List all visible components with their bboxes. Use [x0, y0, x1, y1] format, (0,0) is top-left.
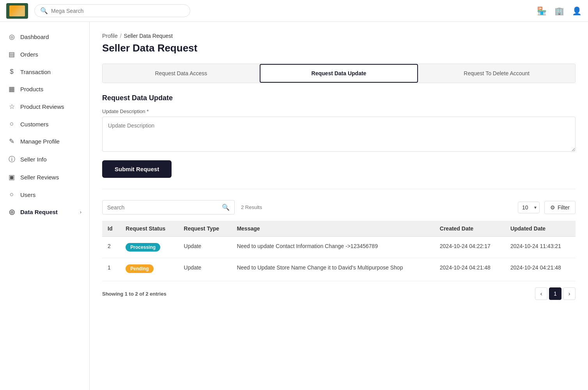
- col-request-type: Request Type: [178, 221, 231, 237]
- cell-status: Pending: [120, 258, 178, 280]
- data-request-icon: ◎: [8, 208, 16, 216]
- form-section-title: Request Data Update: [102, 94, 576, 102]
- cell-status: Processing: [120, 237, 178, 258]
- col-message: Message: [231, 221, 434, 237]
- products-icon: ▦: [8, 85, 16, 93]
- table-search-input[interactable]: [107, 204, 219, 211]
- sidebar-item-data-request[interactable]: ◎ Data Request ›: [0, 203, 89, 221]
- product-reviews-icon: ☆: [8, 103, 16, 111]
- breadcrumb: Profile / Seller Data Request: [102, 33, 576, 39]
- cell-id: 2: [102, 237, 120, 258]
- sidebar-item-product-reviews[interactable]: ☆ Product Reviews: [0, 98, 89, 115]
- sidebar-label-users: Users: [20, 191, 35, 198]
- cell-id: 1: [102, 258, 120, 280]
- data-table: Id Request Status Request Type Message C…: [102, 221, 576, 279]
- prev-page-button[interactable]: ‹: [535, 287, 547, 300]
- sidebar-item-transaction[interactable]: $ Transaction: [0, 63, 89, 80]
- sidebar-label-product-reviews: Product Reviews: [20, 103, 64, 110]
- col-updated-date: Updated Date: [505, 221, 576, 237]
- user-profile-icon[interactable]: 👤: [572, 6, 582, 16]
- sidebar-item-products[interactable]: ▦ Products: [0, 80, 89, 98]
- table-header-row: Id Request Status Request Type Message C…: [102, 221, 576, 237]
- status-badge: Processing: [126, 243, 160, 252]
- chevron-right-icon: ›: [80, 209, 81, 215]
- mega-search-input[interactable]: [51, 8, 184, 14]
- request-data-update-section: Request Data Update Update Description *…: [102, 94, 576, 178]
- col-id: Id: [102, 221, 120, 237]
- filter-button[interactable]: ⚙ Filter: [544, 201, 576, 214]
- logo[interactable]: [6, 3, 28, 19]
- building-icon[interactable]: 🏢: [554, 6, 564, 16]
- col-request-status: Request Status: [120, 221, 178, 237]
- breadcrumb-separator: /: [120, 33, 122, 39]
- sidebar-item-orders[interactable]: ▤ Orders: [0, 46, 89, 63]
- pagination-buttons: ‹ 1 ›: [535, 287, 576, 300]
- tabs-container: Request Data Access Request Data Update …: [102, 64, 576, 83]
- users-icon: ○: [8, 191, 16, 199]
- cell-request-type: Update: [178, 237, 231, 258]
- page-title: Seller Data Request: [102, 42, 576, 54]
- cell-updated-date: 2024-10-24 11:43:21: [505, 237, 576, 258]
- seller-reviews-icon: ▣: [8, 173, 16, 181]
- main-content: Profile / Seller Data Request Seller Dat…: [90, 22, 588, 390]
- store-icon[interactable]: 🏪: [537, 6, 547, 16]
- sidebar-label-manage-profile: Manage Profile: [20, 138, 60, 145]
- next-page-button[interactable]: ›: [563, 287, 576, 300]
- sidebar-item-customers[interactable]: ○ Customers: [0, 115, 89, 133]
- per-page-wrapper: 10 25 50: [518, 202, 540, 213]
- status-badge: Pending: [126, 264, 153, 273]
- sidebar: ◎ Dashboard ▤ Orders $ Transaction ▦ Pro…: [0, 22, 90, 390]
- tab-request-data-update[interactable]: Request Data Update: [260, 64, 418, 83]
- sidebar-label-orders: Orders: [20, 51, 38, 58]
- filter-label: Filter: [558, 204, 570, 211]
- per-page-select[interactable]: 10 25 50: [518, 202, 540, 213]
- sidebar-item-manage-profile[interactable]: ✎ Manage Profile: [0, 133, 89, 150]
- cell-message: Need to Update Store Name Change it to D…: [231, 258, 434, 280]
- mega-search-bar[interactable]: 🔍: [34, 4, 190, 17]
- cell-updated-date: 2024-10-24 04:21:48: [505, 258, 576, 280]
- table-search-row: 🔍 2 Results 10 25 50 ⚙ Filter: [102, 200, 576, 214]
- sidebar-item-seller-info[interactable]: ⓘ Seller Info: [0, 150, 89, 168]
- cell-created-date: 2024-10-24 04:21:48: [434, 258, 505, 280]
- table-row: 2 Processing Update Need to update Conta…: [102, 237, 576, 258]
- sidebar-label-data-request: Data Request: [20, 209, 58, 215]
- table-controls-right: 10 25 50 ⚙ Filter: [518, 201, 576, 214]
- showing-text: Showing 1 to 2 of 2 entries: [102, 291, 166, 297]
- update-description-label: Update Description *: [102, 108, 576, 114]
- seller-info-icon: ⓘ: [8, 155, 16, 164]
- table-row: 1 Pending Update Need to Update Store Na…: [102, 258, 576, 280]
- orders-icon: ▤: [8, 50, 16, 58]
- cell-request-type: Update: [178, 258, 231, 280]
- navbar-right: 🏪 🏢 👤: [537, 6, 582, 16]
- search-icon: 🔍: [40, 7, 48, 14]
- tab-request-data-access[interactable]: Request Data Access: [103, 64, 260, 83]
- manage-profile-icon: ✎: [8, 137, 16, 145]
- table-search-box[interactable]: 🔍: [102, 200, 235, 214]
- cell-message: Need to update Contact Information Chang…: [231, 237, 434, 258]
- sidebar-label-products: Products: [20, 86, 43, 92]
- page-1-button[interactable]: 1: [549, 287, 561, 300]
- sidebar-label-transaction: Transaction: [20, 69, 51, 75]
- sidebar-label-customers: Customers: [20, 121, 49, 128]
- breadcrumb-current: Seller Data Request: [124, 33, 173, 39]
- filter-icon: ⚙: [550, 204, 555, 211]
- sidebar-label-seller-reviews: Seller Reviews: [20, 174, 59, 181]
- sidebar-label-dashboard: Dashboard: [20, 34, 49, 40]
- layout: ◎ Dashboard ▤ Orders $ Transaction ▦ Pro…: [0, 22, 588, 390]
- customers-icon: ○: [8, 120, 16, 128]
- table-search-icon: 🔍: [222, 204, 230, 211]
- sidebar-item-users[interactable]: ○ Users: [0, 186, 89, 203]
- breadcrumb-parent[interactable]: Profile: [102, 33, 118, 39]
- transaction-icon: $: [8, 68, 16, 76]
- dashboard-icon: ◎: [8, 33, 16, 41]
- sidebar-item-seller-reviews[interactable]: ▣ Seller Reviews: [0, 168, 89, 186]
- tab-request-to-delete-account[interactable]: Request To Delete Account: [418, 64, 575, 83]
- results-count: 2 Results: [241, 204, 262, 210]
- sidebar-item-dashboard[interactable]: ◎ Dashboard: [0, 28, 89, 46]
- sidebar-label-seller-info: Seller Info: [20, 156, 47, 163]
- navbar: 🔍 🏪 🏢 👤: [0, 0, 588, 22]
- cell-created-date: 2024-10-24 04:22:17: [434, 237, 505, 258]
- submit-request-button[interactable]: Submit Request: [102, 160, 172, 178]
- update-description-textarea[interactable]: [102, 117, 576, 152]
- section-divider: [102, 189, 576, 189]
